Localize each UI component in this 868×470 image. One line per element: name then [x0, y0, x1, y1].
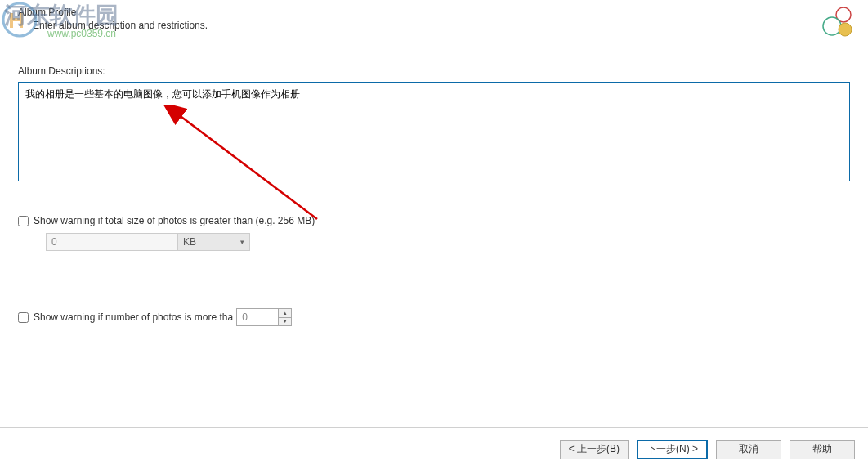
next-button[interactable]: 下一步(N) >	[637, 440, 708, 459]
svg-point-2	[823, 17, 841, 35]
count-warning-checkbox[interactable]	[18, 312, 29, 323]
count-warning-value-input[interactable]	[236, 308, 279, 326]
cancel-button[interactable]: 取消	[716, 440, 781, 459]
spinner-up-button[interactable]: ▲	[279, 309, 291, 317]
wizard-header: Album Profile Enter album description an…	[0, 0, 868, 47]
page-title: Album Profile	[18, 7, 850, 18]
size-warning-checkbox[interactable]	[18, 216, 29, 226]
wizard-footer: < 上一步(B) 下一步(N) > 取消 帮助	[0, 427, 868, 470]
back-button[interactable]: < 上一步(B)	[560, 440, 629, 459]
content-area: Album Descriptions: Show warning if tota…	[0, 47, 868, 344]
page-subtitle: Enter album description and restrictions…	[18, 20, 850, 31]
help-button[interactable]: 帮助	[790, 440, 855, 459]
count-warning-label: Show warning if number of photos is more…	[34, 311, 233, 323]
size-warning-label: Show warning if total size of photos is …	[34, 215, 315, 226]
size-unit-select[interactable]: KB ▾	[178, 233, 250, 251]
chevron-down-icon: ▾	[240, 238, 244, 246]
size-unit-value: KB	[183, 236, 196, 248]
description-input[interactable]	[18, 82, 850, 181]
app-logo-icon	[821, 5, 855, 42]
spinner-down-button[interactable]: ▼	[279, 317, 291, 326]
size-warning-value-input[interactable]	[46, 233, 178, 251]
descriptions-label: Album Descriptions:	[18, 65, 850, 77]
svg-point-3	[839, 23, 852, 36]
